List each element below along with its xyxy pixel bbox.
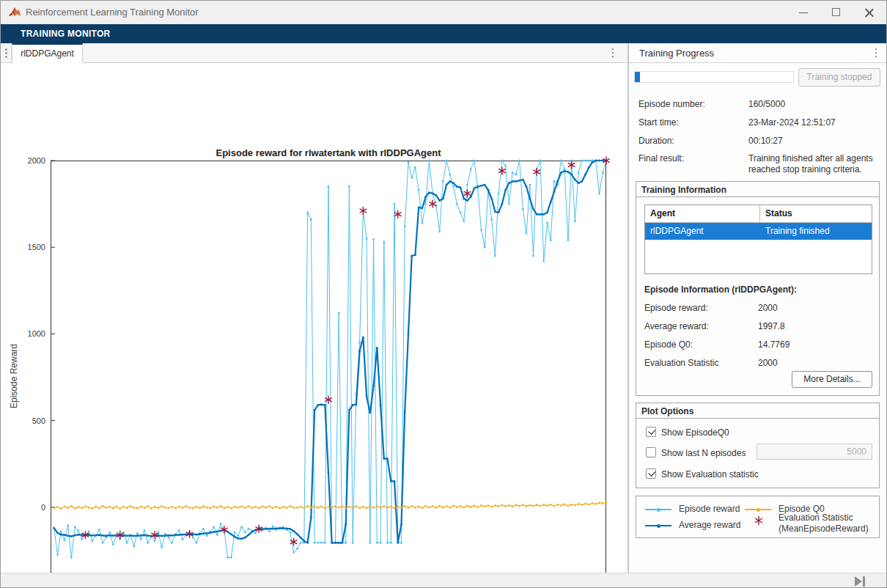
plot-options-title: Plot Options [636,403,879,419]
episode-number-value: 160/5000 [748,99,886,110]
average-reward-line-icon [645,525,671,526]
average-reward-value: 1997.8 [758,321,785,331]
ribbon-tab-training-monitor[interactable]: TRAINING MONITOR [21,29,111,39]
evaluation-statistic-value: 2000 [758,358,778,368]
show-evaluation-statistic-checkbox[interactable]: Show Evaluation statistic [646,468,807,480]
right-panel-title: Training Progress [639,48,714,59]
agent-status-table: Agent Status rlDDPGAgent Training finish… [644,205,872,274]
training-information-group: Training Information Agent Status rlDDPG… [636,181,880,396]
tab-rlddpgagent[interactable]: rlDDPGAgent [12,43,83,63]
episode-information-title: Episode Information (rlDDPGAgent): [644,284,797,295]
status-bar [1,573,887,588]
table-row[interactable]: rlDDPGAgent Training finished [645,223,872,240]
chart-panel: Episode reward for rlwatertank with rlDD… [1,63,627,573]
skip-to-end-icon[interactable] [851,576,870,587]
checkbox-icon [646,468,656,479]
last-n-episodes-input[interactable] [757,444,872,460]
grip-dots-icon [5,48,7,51]
maximize-icon [832,8,840,16]
svg-text:2000: 2000 [28,156,45,165]
app-window: Reinforcement Learning Training Monitor … [0,0,887,588]
training-stopped-button[interactable]: Training stopped [798,68,880,87]
legend-label-line1: Evaluation Statistic [779,512,853,523]
evaluation-statistic-asterisk-icon [754,515,764,526]
status-column-header: Status [759,205,872,222]
reward-chart: 020406080100120140160-500050010001500200… [51,161,606,588]
minimize-icon [799,12,808,13]
training-progress-bar [634,71,794,83]
show-last-n-episodes-label: Show last N episodes [661,448,746,458]
show-episodeq0-checkbox[interactable]: Show EpisodeQ0 [646,427,792,438]
show-evaluation-statistic-label: Show Evaluation statistic [661,469,759,479]
status-cell: Training finished [759,223,872,240]
evaluation-statistic-row: Evaluation Statistic 2000 [644,358,872,368]
episode-reward-label: Episode reward: [644,303,708,313]
episode-reward-line-icon [645,509,671,510]
more-details-button[interactable]: More Details... [792,371,872,388]
training-information-title: Training Information [636,182,879,197]
maximize-button[interactable] [820,1,853,24]
close-button[interactable] [853,1,886,24]
panel-drag-handle[interactable] [1,43,12,62]
start-time-value: 23-Mar-2024 12:51:07 [748,117,886,128]
show-episodeq0-label: Show EpisodeQ0 [661,427,729,438]
legend-box: Episode reward Average reward Episode Q0… [636,496,880,538]
final-result-value: Training finished after all agents reach… [748,153,886,175]
episode-q0-row: Episode Q0: 14.7769 [644,339,872,350]
window-title: Reinforcement Learning Training Monitor [26,7,199,18]
checkbox-icon [646,427,656,437]
episode-number-label: Episode number: [638,99,705,109]
training-progress-fill [635,72,640,82]
close-icon [865,8,874,17]
svg-text:1000: 1000 [28,329,45,338]
checkbox-icon [646,447,656,457]
episode-reward-row: Episode reward: 2000 [644,303,872,313]
minimize-button[interactable] [787,1,820,24]
episode-q0-line-icon [745,509,771,510]
legend-label-line2: (MeanEpisodeReward) [779,523,869,534]
title-bar: Reinforcement Learning Training Monitor [1,1,887,24]
episode-q0-label: Episode Q0: [644,339,693,350]
final-result-label: Final result: [638,153,684,163]
duration-label: Duration: [638,136,674,146]
duration-value: 00:10:27 [748,136,886,147]
agent-column-header: Agent [645,205,759,222]
legend-label: Average reward [679,520,741,530]
legend-label: Episode reward [679,504,740,514]
svg-text:500: 500 [32,416,45,425]
svg-text:0: 0 [41,503,45,512]
episode-reward-value: 2000 [758,303,778,313]
chart-title: Episode reward for rlwatertank with rlDD… [51,147,606,158]
training-progress-panel: Training Progress ⋮ Training stopped Epi… [629,43,887,573]
table-header-row: Agent Status [645,205,872,223]
matlab-logo-icon [8,6,21,19]
episode-q0-value: 14.7769 [758,339,790,350]
agent-cell: rlDDPGAgent [645,223,759,240]
right-panel-header: Training Progress ⋮ [629,43,887,63]
ribbon-toolstrip: TRAINING MONITOR [1,24,887,43]
show-last-n-episodes-checkbox[interactable]: Show last N episodes [646,447,752,459]
plot-options-group: Plot Options Show EpisodeQ0 Show last N … [636,403,880,488]
start-time-label: Start time: [638,117,679,128]
right-panel-menu-icon[interactable]: ⋮ [869,43,883,62]
svg-text:1500: 1500 [28,243,45,251]
y-axis-label: Episode Reward [9,336,19,416]
evaluation-statistic-label: Evaluation Statistic [644,358,718,368]
average-reward-row: Average reward: 1997.8 [644,321,872,331]
average-reward-label: Average reward: [644,321,709,331]
chart-panel-menu-icon[interactable]: ⋮ [606,43,619,62]
